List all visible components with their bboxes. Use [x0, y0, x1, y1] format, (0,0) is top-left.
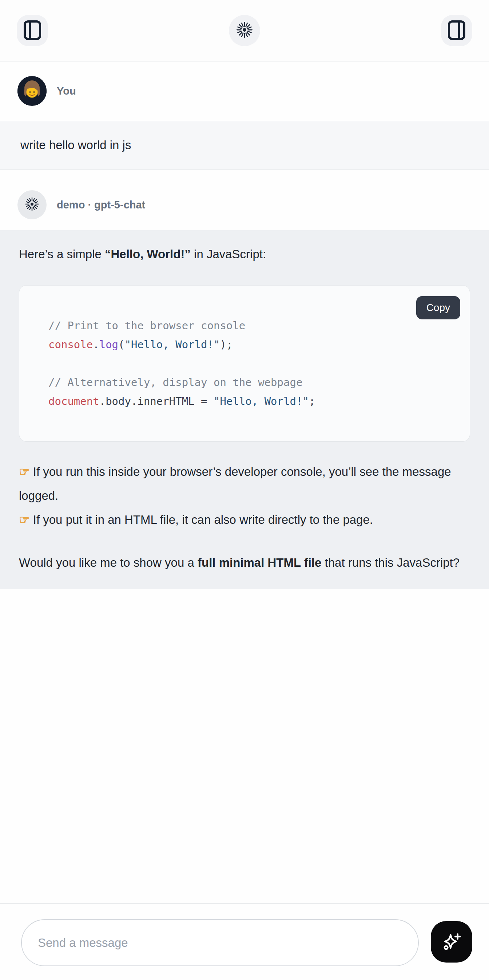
assistant-name-label: demo · gpt-5-chat [57, 199, 145, 211]
toggle-left-sidebar-button[interactable] [17, 15, 48, 46]
user-name-label: You [57, 85, 76, 97]
user-avatar [18, 77, 46, 106]
toggle-right-sidebar-button[interactable] [441, 15, 472, 46]
sidebar-left-icon [24, 21, 41, 41]
copy-code-button[interactable]: Copy [416, 296, 460, 320]
sidebar-right-icon [448, 21, 465, 41]
assistant-message-header: demo · gpt-5-chat [0, 190, 489, 220]
user-message: write hello world in js [0, 121, 489, 170]
starburst-avatar [24, 196, 40, 213]
code-content: // Print to the browser consoleconsole.l… [48, 316, 455, 411]
pointing-right-emoji: ☞ [19, 513, 30, 527]
composer-bar [0, 903, 489, 980]
send-button[interactable] [431, 921, 472, 963]
assistant-tips-text: ☞ If you run this inside your browser’s … [19, 460, 470, 532]
starburst-logo-icon [235, 21, 254, 41]
message-input[interactable] [21, 919, 419, 966]
sparkle-send-icon [440, 930, 463, 954]
app-logo [229, 15, 260, 46]
pointing-right-emoji: ☞ [19, 465, 30, 478]
person-emoji-avatar [18, 76, 46, 107]
assistant-avatar [18, 190, 46, 220]
assistant-followup-text: Would you like me to show you a full min… [19, 551, 470, 575]
assistant-intro-text: Here’s a simple “Hello, World!” in JavaS… [19, 242, 470, 266]
top-toolbar [0, 0, 489, 62]
assistant-message: Here’s a simple “Hello, World!” in JavaS… [0, 230, 489, 589]
user-message-header: You [0, 62, 489, 121]
code-block: Copy // Print to the browser consolecons… [19, 285, 470, 442]
user-message-text: write hello world in js [21, 138, 131, 152]
